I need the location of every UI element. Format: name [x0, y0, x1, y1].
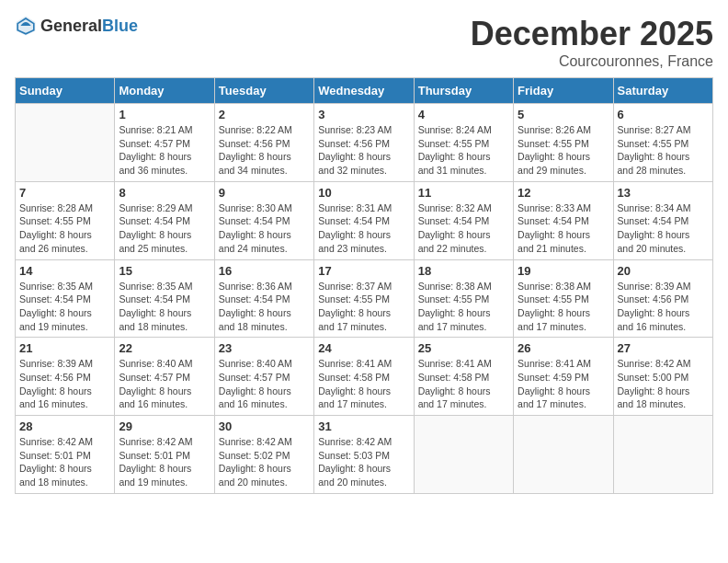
- calendar-cell: 27Sunrise: 8:42 AMSunset: 5:00 PMDayligh…: [613, 338, 712, 416]
- calendar-cell: 4Sunrise: 8:24 AMSunset: 4:55 PMDaylight…: [414, 104, 513, 182]
- calendar-cell: 5Sunrise: 8:26 AMSunset: 4:55 PMDaylight…: [514, 104, 613, 182]
- calendar-cell: 21Sunrise: 8:39 AMSunset: 4:56 PMDayligh…: [16, 338, 115, 416]
- calendar-cell: 8Sunrise: 8:29 AMSunset: 4:54 PMDaylight…: [115, 181, 214, 259]
- week-row-3: 21Sunrise: 8:39 AMSunset: 4:56 PMDayligh…: [16, 338, 713, 416]
- weekday-header-tuesday: Tuesday: [214, 78, 313, 104]
- weekday-header-row: SundayMondayTuesdayWednesdayThursdayFrid…: [16, 78, 713, 104]
- day-info: Sunrise: 8:24 AMSunset: 4:55 PMDaylight:…: [418, 123, 509, 178]
- calendar-cell: 20Sunrise: 8:39 AMSunset: 4:56 PMDayligh…: [613, 259, 712, 338]
- day-number: 8: [119, 186, 210, 200]
- calendar-cell: 29Sunrise: 8:42 AMSunset: 5:01 PMDayligh…: [115, 416, 214, 494]
- logo: GeneralBlue: [15, 15, 138, 37]
- calendar-cell: 14Sunrise: 8:35 AMSunset: 4:54 PMDayligh…: [16, 259, 115, 338]
- calendar-cell: 1Sunrise: 8:21 AMSunset: 4:57 PMDaylight…: [115, 104, 214, 182]
- day-number: 31: [318, 419, 409, 433]
- day-number: 6: [618, 108, 709, 121]
- day-number: 29: [119, 419, 210, 433]
- calendar-cell: 19Sunrise: 8:38 AMSunset: 4:55 PMDayligh…: [514, 259, 613, 338]
- day-number: 10: [318, 186, 409, 200]
- day-number: 1: [119, 108, 210, 121]
- week-row-4: 28Sunrise: 8:42 AMSunset: 5:01 PMDayligh…: [16, 416, 713, 494]
- day-info: Sunrise: 8:42 AMSunset: 5:00 PMDaylight:…: [618, 357, 709, 411]
- day-number: 24: [318, 341, 409, 355]
- day-number: 9: [219, 186, 310, 200]
- day-number: 7: [19, 186, 110, 200]
- day-info: Sunrise: 8:30 AMSunset: 4:54 PMDaylight:…: [219, 201, 310, 256]
- day-info: Sunrise: 8:39 AMSunset: 4:56 PMDaylight:…: [19, 357, 110, 411]
- day-info: Sunrise: 8:27 AMSunset: 4:55 PMDaylight:…: [618, 123, 709, 178]
- day-info: Sunrise: 8:21 AMSunset: 4:57 PMDaylight:…: [119, 123, 210, 178]
- day-number: 19: [518, 264, 609, 278]
- week-row-2: 14Sunrise: 8:35 AMSunset: 4:54 PMDayligh…: [16, 259, 713, 338]
- day-number: 20: [618, 264, 709, 278]
- weekday-header-saturday: Saturday: [613, 78, 712, 104]
- day-number: 5: [518, 108, 609, 121]
- location-title: Courcouronnes, France: [471, 53, 713, 70]
- calendar-cell: 23Sunrise: 8:40 AMSunset: 4:57 PMDayligh…: [214, 338, 313, 416]
- day-number: 25: [418, 341, 509, 355]
- day-info: Sunrise: 8:40 AMSunset: 4:57 PMDaylight:…: [219, 357, 310, 411]
- day-info: Sunrise: 8:28 AMSunset: 4:55 PMDaylight:…: [19, 201, 110, 256]
- day-number: 11: [418, 186, 509, 200]
- calendar-cell: 3Sunrise: 8:23 AMSunset: 4:56 PMDaylight…: [314, 104, 414, 182]
- calendar-cell: 6Sunrise: 8:27 AMSunset: 4:55 PMDaylight…: [613, 104, 712, 182]
- day-info: Sunrise: 8:36 AMSunset: 4:54 PMDaylight:…: [219, 280, 310, 334]
- calendar-cell: 11Sunrise: 8:32 AMSunset: 4:54 PMDayligh…: [414, 181, 513, 259]
- day-info: Sunrise: 8:42 AMSunset: 5:01 PMDaylight:…: [119, 435, 210, 489]
- calendar-cell: [613, 416, 712, 494]
- day-number: 16: [219, 264, 310, 278]
- day-info: Sunrise: 8:26 AMSunset: 4:55 PMDaylight:…: [518, 123, 609, 178]
- title-area: December 2025 Courcouronnes, France: [471, 15, 713, 70]
- day-info: Sunrise: 8:41 AMSunset: 4:58 PMDaylight:…: [418, 357, 509, 411]
- day-info: Sunrise: 8:33 AMSunset: 4:54 PMDaylight:…: [518, 201, 609, 256]
- day-number: 4: [418, 108, 509, 121]
- day-number: 30: [219, 419, 310, 433]
- day-number: 23: [219, 341, 310, 355]
- day-info: Sunrise: 8:42 AMSunset: 5:01 PMDaylight:…: [19, 435, 110, 489]
- day-info: Sunrise: 8:35 AMSunset: 4:54 PMDaylight:…: [119, 280, 210, 334]
- day-number: 27: [618, 341, 709, 355]
- day-number: 26: [518, 341, 609, 355]
- weekday-header-sunday: Sunday: [16, 78, 115, 104]
- day-info: Sunrise: 8:31 AMSunset: 4:54 PMDaylight:…: [318, 201, 409, 256]
- calendar-cell: 26Sunrise: 8:41 AMSunset: 4:59 PMDayligh…: [514, 338, 613, 416]
- calendar-cell: 9Sunrise: 8:30 AMSunset: 4:54 PMDaylight…: [214, 181, 313, 259]
- day-info: Sunrise: 8:41 AMSunset: 4:58 PMDaylight:…: [318, 357, 409, 411]
- calendar-cell: 16Sunrise: 8:36 AMSunset: 4:54 PMDayligh…: [214, 259, 313, 338]
- calendar-cell: 2Sunrise: 8:22 AMSunset: 4:56 PMDaylight…: [214, 104, 313, 182]
- week-row-1: 7Sunrise: 8:28 AMSunset: 4:55 PMDaylight…: [16, 181, 713, 259]
- day-number: 3: [318, 108, 409, 121]
- calendar-cell: 30Sunrise: 8:42 AMSunset: 5:02 PMDayligh…: [214, 416, 313, 494]
- calendar-cell: [16, 104, 115, 182]
- day-number: 22: [119, 341, 210, 355]
- weekday-header-monday: Monday: [115, 78, 214, 104]
- day-info: Sunrise: 8:37 AMSunset: 4:55 PMDaylight:…: [318, 280, 409, 334]
- day-info: Sunrise: 8:32 AMSunset: 4:54 PMDaylight:…: [418, 201, 509, 256]
- calendar-cell: 13Sunrise: 8:34 AMSunset: 4:54 PMDayligh…: [613, 181, 712, 259]
- calendar-cell: [414, 416, 513, 494]
- calendar-cell: 25Sunrise: 8:41 AMSunset: 4:58 PMDayligh…: [414, 338, 513, 416]
- calendar-cell: 15Sunrise: 8:35 AMSunset: 4:54 PMDayligh…: [115, 259, 214, 338]
- day-info: Sunrise: 8:34 AMSunset: 4:54 PMDaylight:…: [618, 201, 709, 256]
- logo-blue: Blue: [102, 17, 138, 35]
- day-info: Sunrise: 8:41 AMSunset: 4:59 PMDaylight:…: [518, 357, 609, 411]
- day-info: Sunrise: 8:38 AMSunset: 4:55 PMDaylight:…: [418, 280, 509, 334]
- logo-general: General: [40, 17, 102, 35]
- calendar-cell: 28Sunrise: 8:42 AMSunset: 5:01 PMDayligh…: [16, 416, 115, 494]
- day-number: 12: [518, 186, 609, 200]
- week-row-0: 1Sunrise: 8:21 AMSunset: 4:57 PMDaylight…: [16, 104, 713, 182]
- calendar-cell: 18Sunrise: 8:38 AMSunset: 4:55 PMDayligh…: [414, 259, 513, 338]
- weekday-header-thursday: Thursday: [414, 78, 513, 104]
- calendar-cell: 12Sunrise: 8:33 AMSunset: 4:54 PMDayligh…: [514, 181, 613, 259]
- weekday-header-wednesday: Wednesday: [314, 78, 414, 104]
- calendar-cell: 22Sunrise: 8:40 AMSunset: 4:57 PMDayligh…: [115, 338, 214, 416]
- day-info: Sunrise: 8:22 AMSunset: 4:56 PMDaylight:…: [219, 123, 310, 178]
- day-number: 2: [219, 108, 310, 121]
- day-info: Sunrise: 8:42 AMSunset: 5:03 PMDaylight:…: [318, 435, 409, 489]
- day-number: 13: [618, 186, 709, 200]
- calendar-cell: 24Sunrise: 8:41 AMSunset: 4:58 PMDayligh…: [314, 338, 414, 416]
- day-info: Sunrise: 8:35 AMSunset: 4:54 PMDaylight:…: [19, 280, 110, 334]
- calendar-cell: 17Sunrise: 8:37 AMSunset: 4:55 PMDayligh…: [314, 259, 414, 338]
- day-info: Sunrise: 8:29 AMSunset: 4:54 PMDaylight:…: [119, 201, 210, 256]
- day-number: 14: [19, 264, 110, 278]
